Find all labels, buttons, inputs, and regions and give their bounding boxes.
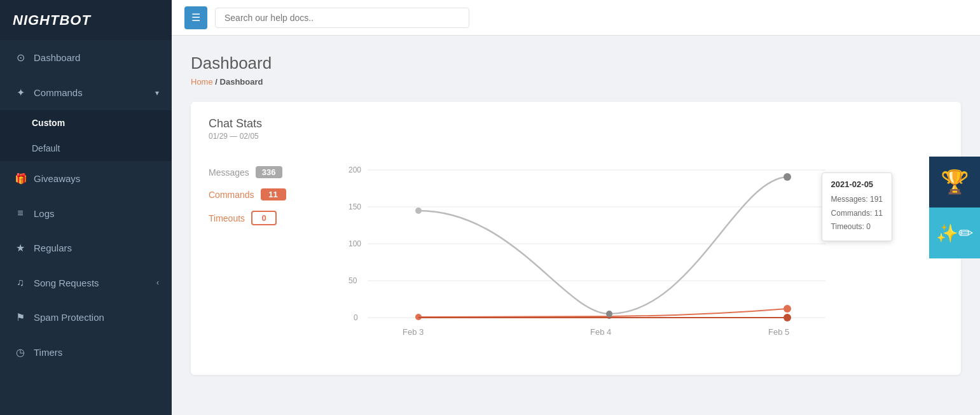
right-floating-buttons: 🏆 ✨✏	[929, 157, 980, 258]
svg-point-15	[783, 305, 791, 313]
giveaways-icon: 🎁	[15, 172, 26, 185]
sidebar-item-song-requests[interactable]: ♫ Song Requests ‹	[0, 265, 172, 300]
sidebar-item-label: Dashboard	[34, 52, 159, 63]
messages-label: Messages	[209, 167, 249, 178]
chart-body: Messages 336 Commands 11 Timeouts 0	[209, 153, 943, 360]
svg-text:100: 100	[349, 239, 361, 248]
regulars-icon: ★	[15, 242, 26, 254]
spam-protection-icon: ⚑	[15, 311, 26, 323]
commands-submenu: Custom Default	[0, 110, 172, 161]
main-content: ☰ Dashboard Home / Dashboard Chat Stats …	[172, 0, 980, 415]
trophy-button[interactable]: 🏆	[929, 157, 980, 208]
trophy-icon: 🏆	[941, 169, 969, 195]
chart-title: Chat Stats	[209, 117, 943, 130]
legend-timeouts: Timeouts 0	[209, 211, 323, 225]
breadcrumb-current: Dashboard	[220, 77, 263, 87]
timers-icon: ◷	[15, 346, 26, 358]
messages-badge: 336	[256, 166, 282, 178]
sidebar-item-logs[interactable]: ≡ Logs	[0, 196, 172, 230]
x-label-feb4: Feb 4	[590, 327, 611, 337]
logo: NIGHTBOT	[0, 0, 172, 40]
timeouts-label: Timeouts	[209, 213, 245, 223]
sidebar-item-label: Song Requests	[34, 278, 149, 288]
default-label: Default	[32, 143, 60, 153]
breadcrumb-home[interactable]: Home	[191, 77, 213, 87]
svg-point-10	[415, 208, 422, 214]
search-input[interactable]	[215, 8, 469, 28]
menu-button[interactable]: ☰	[184, 6, 207, 29]
sidebar-item-default[interactable]: Default	[0, 136, 172, 161]
chart-card: Chat Stats 01/29 — 02/05 Messages 336 Co…	[191, 102, 961, 375]
tooltip-commands: Commands: 11	[831, 207, 883, 221]
tooltip-messages: Messages: 191	[831, 193, 883, 207]
sidebar-item-commands[interactable]: ✦ Commands ▾	[0, 75, 172, 110]
sidebar-item-regulars[interactable]: ★ Regulars	[0, 230, 172, 265]
sidebar-item-custom[interactable]: Custom	[0, 110, 172, 136]
sidebar-item-label: Giveaways	[34, 173, 159, 184]
sidebar-item-giveaways[interactable]: 🎁 Giveaways	[0, 161, 172, 196]
dashboard-icon: ⊙	[15, 52, 26, 64]
svg-text:200: 200	[349, 165, 361, 174]
svg-text:50: 50	[349, 276, 357, 285]
chart-svg: 200 150 100 50 0	[342, 153, 838, 357]
topbar: ☰	[172, 0, 980, 36]
commands-icon: ✦	[15, 87, 26, 99]
sidebar-item-dashboard[interactable]: ⊙ Dashboard	[0, 40, 172, 75]
sidebar-item-label: Spam Protection	[34, 312, 159, 323]
wand-button[interactable]: ✨✏	[929, 208, 980, 258]
svg-text:0: 0	[354, 313, 358, 322]
tooltip-timeouts: Timeouts: 0	[831, 220, 883, 234]
sidebar-item-label: Timers	[34, 347, 159, 358]
legend-messages: Messages 336	[209, 166, 323, 178]
commands-badge: 11	[261, 188, 286, 200]
custom-label: Custom	[32, 118, 65, 128]
sidebar-item-label: Commands	[34, 87, 148, 98]
sidebar-item-timers[interactable]: ◷ Timers	[0, 335, 172, 370]
x-label-feb3: Feb 3	[403, 327, 424, 337]
sidebar: NIGHTBOT ⊙ Dashboard ✦ Commands ▾ Custom…	[0, 0, 172, 415]
content-area: Dashboard Home / Dashboard Chat Stats 01…	[172, 36, 980, 415]
page-title: Dashboard	[191, 53, 961, 73]
hamburger-icon: ☰	[191, 11, 200, 24]
chart-svg-container: 200 150 100 50 0	[342, 153, 943, 360]
commands-label: Commands	[209, 190, 254, 200]
svg-point-16	[783, 314, 791, 321]
chevron-down-icon: ▾	[155, 88, 159, 97]
breadcrumb: Home / Dashboard	[191, 77, 961, 87]
sidebar-item-label: Regulars	[34, 243, 159, 253]
x-label-feb5: Feb 5	[768, 327, 789, 337]
song-requests-icon: ♫	[15, 277, 26, 288]
svg-point-12	[783, 173, 791, 181]
wand-icon: ✨✏	[936, 223, 973, 244]
legend-commands: Commands 11	[209, 188, 323, 200]
sidebar-item-spam-protection[interactable]: ⚑ Spam Protection	[0, 300, 172, 335]
logs-icon: ≡	[15, 208, 26, 219]
tooltip-date: 2021-02-05	[831, 179, 883, 189]
chevron-left-icon: ‹	[156, 278, 159, 287]
chart-subtitle: 01/29 — 02/05	[209, 132, 943, 141]
sidebar-item-label: Logs	[34, 208, 159, 219]
svg-text:150: 150	[349, 202, 361, 211]
timeouts-badge: 0	[251, 211, 277, 225]
chart-legend: Messages 336 Commands 11 Timeouts 0	[209, 153, 323, 360]
